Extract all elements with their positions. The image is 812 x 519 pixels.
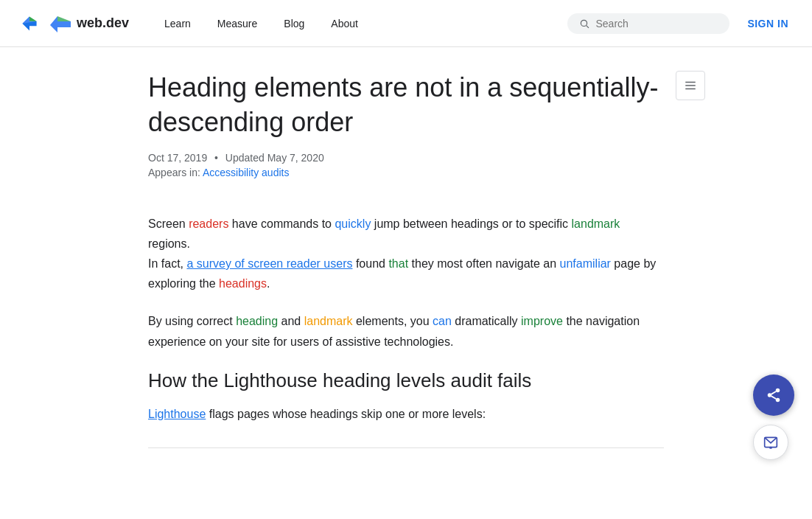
svg-point-9 [776, 389, 780, 393]
toc-button[interactable] [676, 71, 705, 100]
p2-improve: improve [521, 315, 563, 327]
meta-separator: • [214, 152, 218, 164]
p1-text-6: they most often navigate an [408, 257, 559, 270]
p1-readers: readers [189, 217, 228, 230]
article-body: Screen readers have commands to quickly … [148, 214, 664, 448]
p1-text-8: . [267, 277, 270, 290]
logo-link[interactable]: web.dev [18, 12, 129, 35]
logo-icon [18, 12, 41, 35]
email-icon [763, 435, 778, 450]
search-input[interactable] [596, 18, 718, 29]
logo-shape [47, 12, 71, 35]
share-icon [766, 387, 782, 403]
section-heading: How the Lighthouse heading levels audit … [148, 369, 664, 392]
p2-text-4: dramatically [452, 315, 521, 327]
p2-text-1: By using correct [148, 315, 236, 327]
search-icon [579, 18, 589, 29]
p1-text-1: Screen [148, 217, 189, 230]
bottom-divider [148, 447, 664, 448]
accessibility-audits-link[interactable]: Accessibility audits [203, 167, 290, 178]
p3-rest: flags pages whose headings skip one or m… [206, 408, 486, 420]
main-nav: Learn Measure Blog About [153, 12, 567, 35]
email-button[interactable] [753, 425, 788, 460]
p1-text-5: found [352, 257, 388, 270]
appears-in-label: Appears in: [148, 167, 200, 178]
p1-headings: headings [219, 277, 267, 290]
p1-quickly: quickly [335, 217, 371, 230]
svg-line-5 [587, 25, 589, 27]
appears-in: Appears in: Accessibility audits [148, 167, 664, 178]
p2-can: can [433, 315, 452, 327]
p2-text-3: elements, you [353, 315, 433, 327]
p2-text-2: and [278, 315, 304, 327]
search-box[interactable] [567, 13, 729, 34]
p2-landmark: landmark [304, 315, 353, 327]
p2-heading: heading [236, 315, 278, 327]
p1-unfamiliar: unfamiliar [560, 257, 611, 270]
survey-link[interactable]: a survey of screen reader users [186, 257, 352, 270]
paragraph-1: Screen readers have commands to quickly … [148, 214, 664, 294]
article-updated: Updated May 7, 2020 [225, 152, 324, 164]
nav-item-measure[interactable]: Measure [206, 12, 269, 35]
svg-marker-2 [29, 16, 37, 21]
p1-that: that [388, 257, 408, 270]
svg-point-11 [776, 398, 780, 403]
sign-in-button[interactable]: SIGN IN [741, 12, 794, 35]
lighthouse-link[interactable]: Lighthouse [148, 408, 206, 420]
svg-point-10 [768, 393, 772, 397]
paragraph-2: By using correct heading and landmark el… [148, 311, 664, 351]
article-meta: Oct 17, 2019 • Updated May 7, 2020 [148, 152, 664, 164]
p1-text-2: have commands to [228, 217, 335, 230]
nav-item-about[interactable]: About [319, 12, 370, 35]
nav-item-learn[interactable]: Learn [153, 12, 203, 35]
share-button[interactable] [753, 375, 794, 416]
logo-text: web.dev [77, 15, 129, 31]
page-wrapper[interactable]: Heading elements are not in a sequential… [0, 47, 812, 519]
p1-landmark: landmark [572, 217, 620, 230]
fab-area [753, 375, 794, 460]
nav-item-blog[interactable]: Blog [272, 12, 316, 35]
toc-icon [684, 79, 697, 92]
paragraph-3: Lighthouse flags pages whose headings sk… [148, 404, 664, 424]
p1-text-3: jump between headings or to specific [371, 217, 571, 230]
svg-line-12 [771, 396, 776, 399]
p1-infact: In fact, [148, 257, 186, 270]
article-title: Heading elements are not in a sequential… [148, 71, 664, 140]
header-right: SIGN IN [567, 12, 794, 35]
svg-line-13 [771, 391, 776, 394]
site-header: web.dev Learn Measure Blog About SIGN IN [0, 0, 812, 47]
article-date: Oct 17, 2019 [148, 152, 207, 164]
main-content: Heading elements are not in a sequential… [89, 47, 723, 519]
svg-point-4 [581, 20, 587, 26]
p1-text-4: regions. [148, 237, 190, 250]
